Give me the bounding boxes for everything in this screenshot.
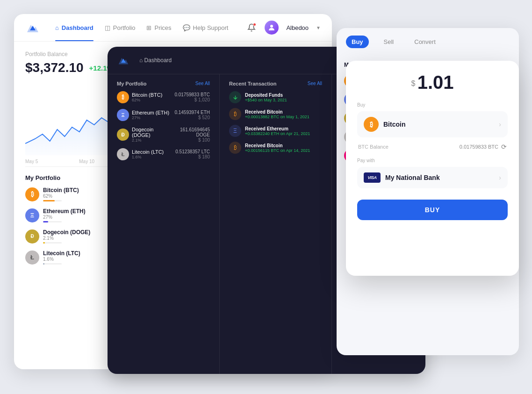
btc-balance-label: BTC Balance: [358, 144, 388, 150]
doge-name: Dogecoin (DOGE): [43, 229, 90, 236]
dark-btc1-detail: +0.00013882 BTC on May 1, 2021: [245, 115, 309, 119]
dark-portfolio-panel: My Portfolio See All ₿ Bitcoin (BTC) 62%…: [108, 74, 220, 374]
dark-btc-amount: 0.01759833 BTC: [174, 92, 210, 97]
portfolio-item-eth-left: Ξ Ethereum (ETH) 27%: [25, 208, 86, 222]
dark-deposit-detail: +$540 on May 3, 2021: [245, 98, 287, 102]
dark-tx-title: Recent Transaction: [229, 81, 276, 86]
dark-ltc-amount: 0.51238357 LTC: [175, 149, 210, 154]
dark-eth-info: Received Ethereum +0.03382240 ETH on Apr…: [245, 126, 310, 136]
bank-selector-left: VISA My National Bank: [364, 172, 440, 183]
app-logo: [25, 21, 40, 34]
portfolio-balance: $3,372.10 +12.1%: [25, 60, 113, 75]
dark-btc2-title: Received Bitcoin: [245, 143, 310, 148]
visa-icon: VISA: [364, 172, 381, 183]
tab-convert[interactable]: Convert: [409, 36, 441, 48]
dark-portfolio-title: My Portfolio: [117, 81, 147, 86]
dark-eth-pct: 27%: [132, 115, 169, 120]
modal-dollar-sign: $: [411, 79, 415, 87]
portfolio-item-ltc-left: Ł Litecoin (LTC) 1.6%: [25, 250, 80, 265]
modal-btc-icon: ₿: [364, 117, 379, 132]
dark-eth-icon-tx: Ξ: [229, 125, 241, 137]
nav-right: Albedoo ▼: [246, 21, 321, 35]
help-icon: 💬: [183, 24, 190, 31]
nav-dashboard-label: Dashboard: [62, 24, 93, 31]
dark-btc2-info: Received Bitcoin +0.00156115 BTC on Apr …: [245, 143, 310, 153]
dark-eth-name: Ethereum (ETH): [132, 110, 169, 115]
btc-icon: ₿: [25, 187, 39, 201]
dark-transactions-panel: Recent Transaction See All Deposited Fun…: [220, 74, 332, 374]
modal-coin-name: Bitcoin: [383, 121, 405, 128]
buy-modal: $ 1.01 Buy ₿ Bitcoin › BTC Balance 0.017…: [346, 61, 519, 276]
eth-icon: Ξ: [25, 208, 39, 222]
ltc-name: Litecoin (LTC): [43, 250, 80, 257]
dark-eth-usd: $ 520: [174, 115, 210, 120]
dark-tx-btc2: ₿ Received Bitcoin +0.00156115 BTC on Ap…: [229, 142, 322, 154]
dark-eth-icon: Ξ: [117, 109, 129, 121]
eth-pct: 27%: [43, 215, 86, 220]
bank-name: My National Bank: [385, 174, 440, 181]
buy-button[interactable]: BUY: [357, 200, 508, 220]
dark-doge-name: Dogecoin (DOGE): [132, 127, 169, 138]
pay-with-label: Pay with: [357, 158, 508, 163]
balance-amount: $3,372.10: [25, 60, 84, 75]
btc-balance-right: 0.01759833 BTC ⟳: [460, 143, 507, 150]
x-label-0: May 5: [25, 159, 38, 164]
dark-doge-icon: Ð: [117, 129, 129, 141]
dark-tx-see-all[interactable]: See All: [308, 81, 322, 86]
buy-tabs: Buy Sell Convert: [337, 28, 519, 52]
dark-eth-amount: 0.14593974 ETH: [174, 110, 210, 115]
dark-deposit-icon: [229, 91, 241, 103]
btc-pct: 62%: [43, 193, 79, 199]
dark-eth-item: Ξ Ethereum (ETH) 27% 0.14593974 ETH $ 52…: [117, 109, 210, 121]
nav-help[interactable]: 💬 Help Support: [183, 21, 229, 34]
tab-sell[interactable]: Sell: [378, 36, 400, 48]
btc-name: Bitcoin (BTC): [43, 187, 79, 193]
dark-doge-usd: $ 100: [169, 137, 210, 143]
username[interactable]: Albedoo: [286, 24, 309, 31]
dark-eth-title: Received Ethereum: [245, 126, 310, 131]
navbar: ⌂ Dashboard ◫ Portfolio ⊞ Prices 💬 Help …: [14, 14, 332, 42]
dark-ltc-pct: 1.6%: [132, 155, 164, 159]
dark-logo: [117, 55, 130, 66]
dark-btc-icon-tx: ₿: [229, 108, 241, 120]
portfolio-label: Portfolio Balance: [25, 51, 113, 57]
bank-selector-chevron: ›: [499, 174, 501, 181]
user-avatar[interactable]: [265, 21, 279, 35]
notification-bell[interactable]: [246, 22, 257, 33]
nav-prices[interactable]: ⊞ Prices: [146, 21, 171, 34]
dark-tx-deposit: Deposited Funds +$540 on May 3, 2021: [229, 91, 322, 103]
dark-nav-item: ⌂ Dashboard: [139, 57, 172, 64]
dark-ltc-usd: $ 180: [175, 154, 210, 159]
dark-deposit-title: Deposited Funds: [245, 93, 287, 98]
nav-dashboard[interactable]: ⌂ Dashboard: [55, 21, 93, 34]
dark-ltc-item: Ł Litecoin (LTC) 1.6% 0.51238357 LTC $ 1…: [117, 148, 210, 160]
nav-help-label: Help Support: [193, 24, 229, 31]
home-icon: ⌂: [55, 24, 59, 31]
dark-doge-pct: 2.1%: [132, 138, 169, 143]
buy-label: Buy: [357, 102, 508, 107]
dark-tx-eth: Ξ Received Ethereum +0.03382240 ETH on A…: [229, 125, 322, 137]
dark-doge-amount: 161.61694645 DOGE: [169, 127, 210, 137]
dark-btc-icon: ₿: [117, 91, 129, 103]
coin-selector[interactable]: ₿ Bitcoin ›: [357, 111, 508, 137]
nav-portfolio[interactable]: ◫ Portfolio: [105, 21, 136, 34]
bank-selector[interactable]: VISA My National Bank ›: [357, 167, 508, 188]
portfolio-icon: ◫: [105, 24, 110, 31]
dark-btc-pct: 62%: [132, 98, 162, 102]
portfolio-item-doge-left: Ð Dogecoin (DOGE) 2.1%: [25, 229, 90, 244]
modal-amount-value: 1.01: [417, 72, 454, 93]
refresh-icon[interactable]: ⟳: [501, 143, 507, 150]
dark-ltc-icon: Ł: [117, 148, 129, 160]
x-label-1: May 10: [79, 159, 94, 164]
doge-icon: Ð: [25, 229, 39, 244]
modal-amount: $ 1.01: [357, 72, 508, 93]
dark-btc2-detail: +0.00156115 BTC on Apr 14, 2021: [245, 148, 310, 153]
dark-btc1-title: Received Bitcoin: [245, 109, 309, 115]
coin-selector-chevron: ›: [499, 121, 501, 128]
dark-eth-detail: +0.03382240 ETH on Apr 21, 2021: [245, 131, 310, 136]
tab-buy[interactable]: Buy: [346, 36, 369, 48]
user-dropdown-icon[interactable]: ▼: [316, 25, 321, 30]
dark-portfolio-see-all[interactable]: See All: [195, 81, 210, 86]
dark-btc1-info: Received Bitcoin +0.00013882 BTC on May …: [245, 109, 309, 119]
svg-point-0: [270, 25, 273, 28]
